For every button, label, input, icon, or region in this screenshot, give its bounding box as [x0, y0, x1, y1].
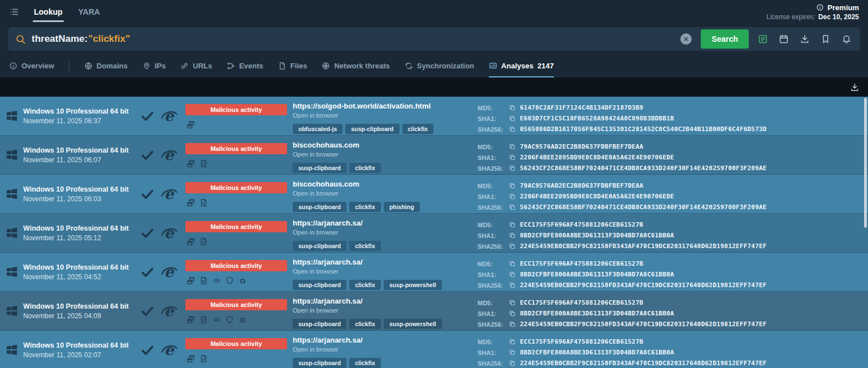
copy-hash-icon[interactable] [509, 221, 516, 228]
menu-icon[interactable] [9, 7, 19, 17]
license-label: License expires: [766, 13, 815, 21]
query-list-icon[interactable] [758, 34, 768, 44]
copy-hash-icon[interactable] [509, 338, 516, 345]
open-in-browser-link[interactable]: Open in browser [293, 190, 338, 197]
tab-synchronization[interactable]: Synchronization [405, 54, 474, 77]
calendar-icon[interactable] [779, 34, 789, 44]
copy-hash-icon[interactable] [509, 271, 516, 278]
analysis-url[interactable]: https://arjanarch.sa/ [293, 258, 363, 266]
sha256-line: SHA256: 224E5459EB0CBB2F9C82150FD343AF47… [478, 358, 868, 368]
tab-overview[interactable]: Overview [9, 54, 54, 77]
copy-hash-icon[interactable] [509, 154, 516, 161]
tag-susp-clipboard[interactable]: susp-clipboard [293, 280, 346, 290]
tab-events[interactable]: Events [227, 54, 263, 77]
tag-susp-clipboard[interactable]: susp-clipboard [293, 202, 346, 212]
tab-domains[interactable]: Domains [84, 54, 128, 77]
copy-hash-icon[interactable] [509, 182, 516, 189]
copy-hash-icon[interactable] [509, 360, 516, 367]
copy-hash-icon[interactable] [509, 143, 516, 150]
tag-susp-clipboard[interactable]: susp-clipboard [293, 241, 346, 251]
sha1-value: 2206F4BEE2895BD9E8C8D4E0A5A62E4E90706EDE [520, 154, 674, 161]
copy-hash-icon[interactable] [509, 204, 516, 211]
tag-susp-powershell[interactable]: susp-powershell [384, 319, 442, 329]
download-icon[interactable] [800, 34, 810, 44]
analysis-row[interactable]: Windows 10 Professional 64 bit November … [0, 253, 868, 292]
analysis-row[interactable]: Windows 10 Professional 64 bit November … [0, 331, 868, 368]
analysis-row[interactable]: Windows 10 Professional 64 bit November … [0, 136, 868, 175]
copy-hash-icon[interactable] [509, 115, 516, 122]
tab-network-threats[interactable]: Network threats [322, 54, 389, 77]
open-in-browser-link[interactable]: Open in browser [293, 346, 338, 353]
tag-clickfix[interactable]: clickfix [349, 202, 381, 212]
scrollbar-thumb[interactable] [864, 98, 867, 228]
search-input[interactable]: threatName:"clickfix" [32, 33, 675, 45]
tag-susp-powershell[interactable]: susp-powershell [384, 280, 442, 290]
open-in-browser-link[interactable]: Open in browser [293, 112, 338, 119]
tag-phishing[interactable]: phishing [384, 202, 420, 212]
clear-search-button[interactable] [680, 33, 692, 45]
copy-hash-icon[interactable] [509, 125, 516, 133]
file-report-icon [199, 354, 208, 363]
export-results-icon[interactable] [850, 83, 860, 92]
analysis-url[interactable]: biscochohaus.com [293, 180, 359, 188]
analysis-url[interactable]: biscochohaus.com [293, 141, 359, 149]
copy-hash-icon[interactable] [509, 104, 516, 111]
tag-clickfix[interactable]: clickfix [349, 241, 381, 251]
tab-ips[interactable]: IPs [142, 54, 166, 77]
tag-clickfix[interactable]: clickfix [349, 319, 381, 329]
copy-hash-icon[interactable] [509, 349, 516, 356]
analysis-feature-icons [185, 276, 293, 285]
search-bar: threatName:"clickfix" Search [8, 27, 860, 51]
analysis-url[interactable]: https://arjanarch.sa/ [293, 219, 363, 227]
tab-analyses[interactable]: Analyses2147 [489, 54, 554, 77]
analysis-row[interactable]: Windows 10 Professional 64 bit November … [0, 292, 868, 331]
tab-yara[interactable]: YARA [77, 0, 101, 24]
bookmark-icon[interactable] [821, 34, 831, 44]
tag-list: susp-clipboardclickfixphishing [293, 202, 420, 212]
internet-explorer-icon: e [160, 185, 177, 202]
tag-susp-clipboard[interactable]: susp-clipboard [293, 358, 346, 368]
copy-hash-icon[interactable] [509, 282, 516, 289]
internet-explorer-icon: e [160, 146, 177, 163]
copy-hash-icon[interactable] [509, 232, 516, 239]
tag-susp-clipboard[interactable]: susp-clipboard [293, 319, 346, 329]
windows-stack-icon [186, 276, 195, 285]
tag-susp-clipboard[interactable]: susp-clipboard [293, 163, 346, 173]
tag-obfuscated-js[interactable]: obfuscated-js [293, 124, 342, 134]
open-in-browser-link[interactable]: Open in browser [293, 268, 338, 275]
tab-files[interactable]: Files [278, 54, 307, 77]
bug-icon [238, 276, 247, 285]
verified-check-icon [141, 304, 154, 318]
tag-clickfix[interactable]: clickfix [402, 124, 434, 134]
md5-label: MD5: [478, 105, 505, 111]
analysis-row[interactable]: Windows 10 Professional 64 bit November … [0, 214, 868, 253]
tab-urls[interactable]: URLs [180, 54, 212, 77]
tag-clickfix[interactable]: clickfix [349, 163, 381, 173]
verdict-cell: Malicious activity [185, 253, 293, 291]
copy-hash-icon[interactable] [509, 321, 516, 328]
open-in-browser-link[interactable]: Open in browser [293, 229, 338, 236]
tab-lookup[interactable]: Lookup [33, 0, 64, 24]
search-button[interactable]: Search [701, 29, 749, 49]
copy-hash-icon[interactable] [509, 260, 516, 267]
copy-hash-icon[interactable] [509, 299, 516, 306]
analysis-url[interactable]: https://arjanarch.sa/ [293, 297, 363, 305]
analysis-row[interactable]: Windows 10 Professional 64 bit November … [0, 175, 868, 214]
code-icon [212, 315, 221, 324]
open-in-browser-link[interactable]: Open in browser [293, 151, 338, 158]
bell-icon[interactable] [841, 34, 852, 44]
copy-hash-icon[interactable] [509, 164, 516, 172]
open-in-browser-link[interactable]: Open in browser [293, 307, 338, 314]
tag-clickfix[interactable]: clickfix [349, 358, 381, 368]
sha1-line: SHA1: 2206F4BEE2895BD9E8C8D4E0A5A62E4E90… [478, 152, 868, 163]
copy-hash-icon[interactable] [509, 193, 516, 200]
tag-susp-clipboard[interactable]: susp-clipboard [345, 124, 399, 134]
tag-clickfix[interactable]: clickfix [349, 280, 381, 290]
check-cell [134, 97, 160, 135]
copy-hash-icon[interactable] [509, 243, 516, 250]
analysis-url[interactable]: https://arjanarch.sa/ [293, 336, 363, 344]
search-section: threatName:"clickfix" Search [0, 24, 868, 54]
copy-hash-icon[interactable] [509, 310, 516, 317]
analysis-url[interactable]: https://solgod-bot.world/activation.html [293, 102, 431, 110]
analysis-row[interactable]: Windows 10 Professional 64 bit November … [0, 97, 868, 136]
